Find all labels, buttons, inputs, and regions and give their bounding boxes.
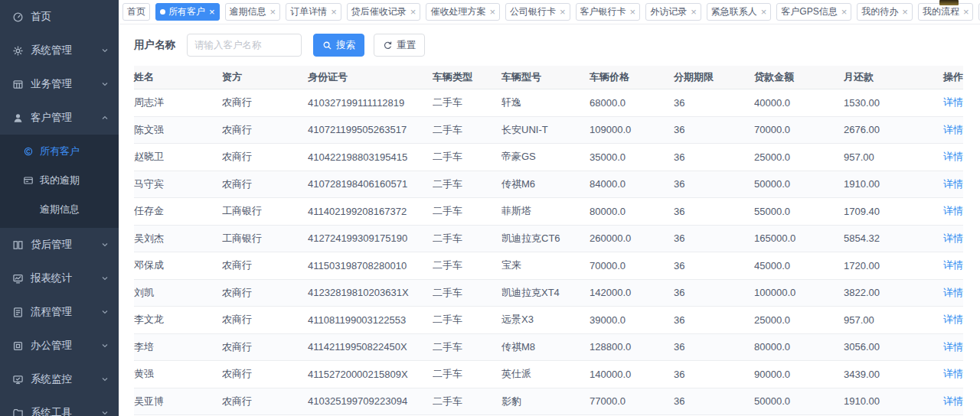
close-icon[interactable]: × [761,7,767,17]
close-icon[interactable]: × [841,7,848,17]
search-button[interactable]: 搜索 [313,34,364,57]
cell-id-number: 410721199505263517 [308,116,433,144]
cell-name: 李培 [134,333,222,361]
cell-vehicle-model: 传祺M8 [501,333,590,361]
sidebar-item-my-overdue[interactable]: 我的逾期 [0,166,119,195]
detail-link[interactable]: 详情 [943,151,963,162]
col-header-action: 操作 [936,66,963,89]
close-icon[interactable]: × [270,7,276,17]
sidebar-item-report-stats[interactable]: 报表统计 [0,262,119,295]
tab-order-detail[interactable]: 订单详情× [286,3,341,21]
chevron-down-icon [101,409,109,416]
cell-vehicle-price: 35000.0 [590,144,674,171]
cell-term: 36 [674,252,754,280]
sidebar-item-system-mgmt[interactable]: 系统管理 [0,34,119,67]
detail-link[interactable]: 详情 [943,232,963,244]
tab-emergency-contacts[interactable]: 紧急联系人× [707,3,772,21]
sidebar-item-overdue-info[interactable]: 逾期信息 [0,195,119,224]
detail-link[interactable]: 详情 [943,368,963,379]
detail-link[interactable]: 详情 [943,341,963,353]
cell-term: 36 [674,116,754,144]
refresh-icon [383,41,393,50]
cell-name: 任存金 [134,198,222,226]
customer-name-input[interactable] [187,34,302,57]
sidebar-item-process-mgmt[interactable]: 流程管理 [0,295,119,329]
sidebar-menu: 首页系统管理业务管理客户管理所有客户我的逾期逾期信息贷后管理报表统计流程管理办公… [0,0,119,416]
tab-collection-plan[interactable]: 催收处理方案× [426,3,500,21]
cell-loan-amount: 50000.0 [754,171,844,198]
cell-action: 详情 [936,171,963,198]
avatar[interactable] [939,0,959,5]
detail-link[interactable]: 详情 [943,124,963,135]
close-icon[interactable]: × [410,7,416,17]
cell-name: 刘凯 [134,279,222,307]
chevron-down-icon [101,275,109,282]
sidebar-item-home[interactable]: 首页 [0,0,119,34]
tab-label: 公司银行卡 [510,5,556,18]
cell-id-number: 411402199208167372 [308,198,433,226]
cell-loan-amount: 45000.0 [754,252,844,280]
blank-icon [23,204,34,215]
close-icon[interactable]: × [331,7,337,17]
table-row: 任存金工商银行411402199208167372二手车菲斯塔80000.036… [134,198,963,226]
cell-vehicle-price: 70000.0 [590,252,674,280]
col-header-monthly-payment: 月还款 [844,66,936,89]
col-header-id-number: 身份证号 [308,66,433,89]
tab-all-customers[interactable]: 所有客户× [155,3,220,21]
tab-customer-gps[interactable]: 客户GPS信息× [776,3,851,21]
tab-bar: 首页所有客户×逾期信息×订单详情×贷后催收记录×催收处理方案×公司银行卡×客户银… [119,0,980,24]
sidebar-item-label: 业务管理 [31,77,72,91]
close-icon[interactable]: × [560,7,566,17]
cell-name: 李文龙 [134,307,222,334]
cell-vehicle-price: 77000.0 [590,388,674,415]
cell-monthly-payment: 1910.00 [844,171,936,198]
sidebar-item-business-mgmt[interactable]: 业务管理 [0,67,119,101]
detail-link[interactable]: 详情 [943,395,963,407]
detail-link[interactable]: 详情 [943,287,963,298]
tab-collection-records[interactable]: 贷后催收记录× [347,3,421,21]
sidebar-item-customer-mgmt[interactable]: 客户管理 [0,101,119,135]
col-header-term: 分期期限 [674,66,754,89]
detail-link[interactable]: 详情 [943,205,963,216]
cell-vehicle-type: 二手车 [433,144,501,171]
tab-overdue-info[interactable]: 逾期信息× [225,3,281,21]
col-header-funder: 资方 [222,66,308,89]
tab-company-bank-card[interactable]: 公司银行卡× [505,3,570,21]
tab-customer-bank-card[interactable]: 客户银行卡× [576,3,641,21]
close-icon[interactable]: × [963,7,969,17]
tab-my-todo[interactable]: 我的待办× [857,3,913,21]
sidebar-item-system-monitor[interactable]: 系统监控 [0,362,119,396]
cell-vehicle-type: 二手车 [433,225,501,252]
col-header-loan-amount: 贷款金额 [754,66,844,89]
tab-label: 订单详情 [290,5,327,18]
tab-label: 首页 [127,5,145,18]
close-icon[interactable]: × [902,7,908,17]
detail-link[interactable]: 详情 [943,96,963,108]
cell-monthly-payment: 1530.00 [844,89,936,117]
sidebar-item-system-tools[interactable]: 系统工具 [0,396,119,416]
detail-link[interactable]: 详情 [943,259,963,271]
detail-link[interactable]: 详情 [943,314,963,325]
close-icon[interactable]: × [691,7,697,17]
cell-monthly-payment: 1709.40 [844,198,936,226]
close-icon[interactable]: × [209,7,215,17]
tab-visit-records[interactable]: 外访记录× [645,3,701,21]
sidebar-item-label: 报表统计 [31,271,72,285]
reset-button[interactable]: 重置 [374,34,425,57]
cell-id-number: 41152720000215809X [308,361,433,388]
tab-label: 外访记录 [650,5,687,18]
cell-term: 36 [674,388,754,415]
detail-link[interactable]: 详情 [943,178,963,190]
tab-my-process[interactable]: 我的流程× [918,3,974,21]
table-row: 邓保成农商行411503198708280010二手车宝来70000.03645… [134,252,963,280]
user-icon [12,112,24,124]
sidebar-item-all-customers[interactable]: 所有客户 [0,137,119,166]
sidebar-item-loan-mgmt[interactable]: 贷后管理 [0,228,119,262]
sidebar-item-office-mgmt[interactable]: 办公管理 [0,329,119,362]
dashboard-icon [12,11,24,23]
table-body: 周志洋农商行410327199111112819二手车轩逸68000.03640… [134,89,963,416]
close-icon[interactable]: × [630,7,636,17]
tab-home[interactable]: 首页 [122,3,150,21]
cell-funder: 农商行 [222,144,308,171]
close-icon[interactable]: × [489,7,495,17]
